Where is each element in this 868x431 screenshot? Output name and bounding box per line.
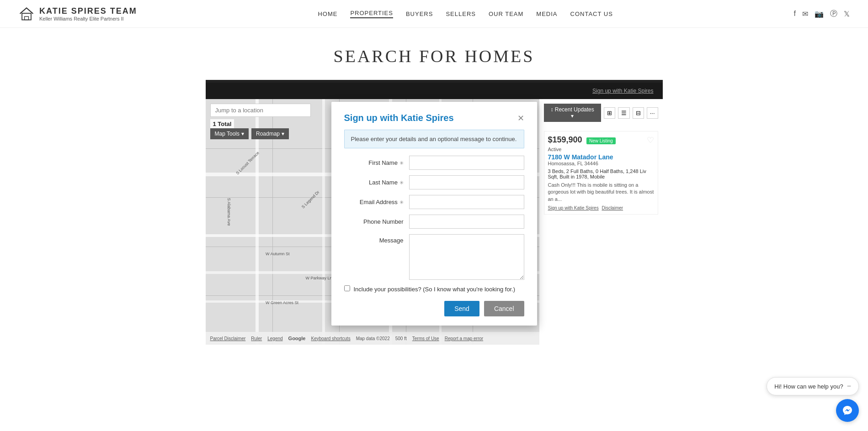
phone-input[interactable] <box>409 215 524 229</box>
nav-our-team[interactable]: OUR TEAM <box>489 11 523 17</box>
possibilities-checkbox[interactable] <box>344 285 350 291</box>
last-name-required: ✳ <box>399 180 404 185</box>
map-container: Sign up with Katie Spires S Locust Terra… <box>206 80 663 345</box>
nav-sellers[interactable]: SELLERS <box>446 11 476 17</box>
message-label: Message <box>344 237 404 244</box>
header: KATIE SPIRES TEAM Keller Williams Realty… <box>0 0 868 28</box>
nav-contact-us[interactable]: CONTACT US <box>570 11 613 17</box>
message-textarea[interactable] <box>409 234 524 280</box>
nav-properties[interactable]: PROPERTIES <box>350 10 393 18</box>
first-name-label: First Name ✳ <box>344 159 404 166</box>
email-required: ✳ <box>399 200 404 205</box>
last-name-label: Last Name ✳ <box>344 179 404 186</box>
pinterest-icon[interactable]: Ⓟ <box>830 9 837 19</box>
modal-info-text: Please enter your details and an optiona… <box>351 136 517 142</box>
possibilities-label: Include your possibilities? (So I know w… <box>354 285 516 294</box>
modal-title: Sign up with Katie Spires <box>344 113 454 123</box>
main-nav: HOME PROPERTIES BUYERS SELLERS OUR TEAM … <box>318 10 612 18</box>
message-row: Message <box>344 234 524 280</box>
modal-info-box: Please enter your details and an optiona… <box>344 130 524 148</box>
instagram-icon[interactable]: 📷 <box>815 10 824 18</box>
first-name-required: ✳ <box>399 160 404 166</box>
page-title: SEARCH FOR HOMES <box>0 46 868 66</box>
logo-subtitle: Keller Williams Realty Elite Partners II <box>39 16 137 21</box>
email-row: Email Address ✳ <box>344 195 524 209</box>
email-icon[interactable]: ✉ <box>802 10 808 18</box>
send-button[interactable]: Send <box>444 301 479 316</box>
modal-overlay: Sign up with Katie Spires ✕ Please enter… <box>206 83 663 345</box>
first-name-row: First Name ✳ <box>344 156 524 170</box>
svg-rect-1 <box>25 16 29 20</box>
signup-modal: Sign up with Katie Spires ✕ Please enter… <box>331 102 537 326</box>
cancel-button[interactable]: Cancel <box>484 301 524 316</box>
nav-buyers[interactable]: BUYERS <box>406 11 433 17</box>
social-icons: f ✉ 📷 Ⓟ 𝕏 <box>794 9 850 19</box>
nav-media[interactable]: MEDIA <box>536 11 557 17</box>
modal-close-button[interactable]: ✕ <box>517 113 524 123</box>
logo-text: KATIE SPIRES TEAM Keller Williams Realty… <box>39 6 137 21</box>
last-name-row: Last Name ✳ <box>344 175 524 189</box>
phone-label: Phone Number <box>344 218 404 225</box>
checkbox-row: Include your possibilities? (So I know w… <box>344 285 524 294</box>
logo-title: KATIE SPIRES TEAM <box>39 6 137 16</box>
facebook-icon[interactable]: f <box>794 10 796 18</box>
twitter-icon[interactable]: 𝕏 <box>844 10 850 18</box>
logo-area: KATIE SPIRES TEAM Keller Williams Realty… <box>18 5 137 22</box>
email-label: Email Address ✳ <box>344 199 404 205</box>
modal-footer: Send Cancel <box>344 301 524 316</box>
logo-house-icon <box>18 5 35 22</box>
first-name-input[interactable] <box>409 156 524 170</box>
last-name-input[interactable] <box>409 175 524 189</box>
nav-home[interactable]: HOME <box>318 11 337 17</box>
modal-header: Sign up with Katie Spires ✕ <box>344 113 524 123</box>
phone-row: Phone Number <box>344 215 524 229</box>
page-title-section: SEARCH FOR HOMES <box>0 28 868 80</box>
email-input[interactable] <box>409 195 524 209</box>
